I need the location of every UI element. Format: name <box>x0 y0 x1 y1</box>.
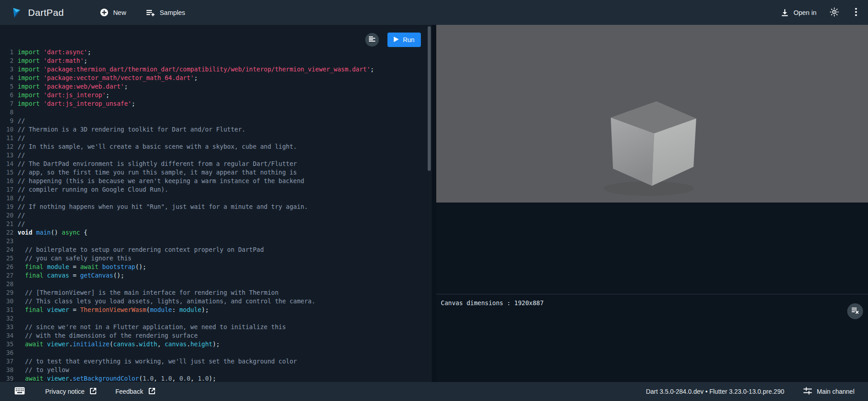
line-number: 25 <box>0 254 14 263</box>
code-line: 33 // since we're not in a Flutter appli… <box>0 323 432 331</box>
line-number: 16 <box>0 177 14 185</box>
overflow-menu-button[interactable] <box>848 5 863 20</box>
keyboard-icon <box>14 387 25 396</box>
code-lines: 1import 'dart:async';2import 'dart:math'… <box>0 48 432 382</box>
privacy-notice-link[interactable]: Privacy notice <box>45 388 96 396</box>
scrollbar-thumb[interactable] <box>428 26 431 171</box>
line-number: 5 <box>0 82 14 91</box>
line-number: 13 <box>0 151 14 160</box>
line-number: 30 <box>0 297 14 306</box>
code-line: 17// compiler running on Google Cloud Ru… <box>0 185 432 194</box>
code-editor[interactable]: 1import 'dart:async';2import 'dart:math'… <box>0 25 432 382</box>
code-line: 2import 'dart:math'; <box>0 57 432 65</box>
line-number: 10 <box>0 125 14 134</box>
code-line: 9// <box>0 117 432 125</box>
code-line: 39 await viewer.setBackgroundColor(1.0, … <box>0 374 432 382</box>
line-number: 14 <box>0 160 14 168</box>
render-canvas[interactable] <box>436 25 868 203</box>
code-line: 18// <box>0 194 432 203</box>
app-title: DartPad <box>28 7 64 18</box>
line-number: 28 <box>0 280 14 288</box>
code-line: 13// <box>0 151 432 160</box>
main-area: 1import 'dart:async';2import 'dart:math'… <box>0 25 868 382</box>
line-number: 21 <box>0 220 14 228</box>
code-line: 15// app, so the first time you run this… <box>0 168 432 177</box>
open-in-button[interactable]: Open in <box>781 9 816 17</box>
line-number: 38 <box>0 366 14 374</box>
line-number: 9 <box>0 117 14 125</box>
editor-scrollbar <box>427 25 431 382</box>
feedback-link[interactable]: Feedback <box>115 388 155 396</box>
channel-button-label: Main channel <box>817 388 854 395</box>
code-line: 24 // boilerplate to setup our rendering… <box>0 245 432 254</box>
app-header: DartPad New Samples <box>0 0 868 25</box>
clear-console-icon <box>851 307 859 316</box>
code-line: 23 <box>0 237 432 245</box>
code-line: 32 <box>0 314 432 323</box>
code-line: 27 final canvas = getCanvas(); <box>0 271 432 280</box>
code-line: 22void main() async { <box>0 228 432 237</box>
code-line: 5import 'package:web/web.dart'; <box>0 82 432 91</box>
code-line: 25 // you can safely ignore this <box>0 254 432 263</box>
open-in-button-label: Open in <box>793 9 816 16</box>
code-line: 34 // with the dimensions of the renderi… <box>0 331 432 340</box>
code-line: 38 // to yellow <box>0 366 432 374</box>
line-number: 6 <box>0 91 14 99</box>
panel-splitter[interactable] <box>432 25 436 382</box>
code-line: 3import 'package:thermion_dart/thermion_… <box>0 65 432 74</box>
format-button[interactable] <box>365 33 379 47</box>
run-button[interactable]: Run <box>387 33 421 47</box>
preview-background <box>436 203 868 294</box>
line-number: 26 <box>0 263 14 271</box>
line-number: 15 <box>0 168 14 177</box>
keyboard-shortcuts-button[interactable] <box>14 387 25 396</box>
console-panel: Canvas dimensions : 868x401 <box>436 294 868 382</box>
preview-pane: Canvas dimensions : 868x401 <box>436 25 868 382</box>
code-line: 26 final module = await bootstrap(); <box>0 263 432 271</box>
code-line: 29 // [ThermionViewer] is the main inter… <box>0 288 432 297</box>
status-bar: Privacy notice Feedback Dart 3.5.0-284.0… <box>0 382 868 401</box>
brightness-icon <box>830 7 839 18</box>
channel-button[interactable]: Main channel <box>803 387 854 396</box>
feedback-label: Feedback <box>115 388 143 395</box>
code-line: 4import 'package:vector_math/vector_math… <box>0 74 432 82</box>
kebab-menu-icon <box>855 8 857 18</box>
code-line: 6import 'dart:js_interop'; <box>0 91 432 99</box>
clear-console-button[interactable] <box>847 303 863 319</box>
code-line: 30 // This class lets you load assets, l… <box>0 297 432 306</box>
code-line: 1import 'dart:async'; <box>0 48 432 57</box>
line-number: 39 <box>0 374 14 382</box>
line-number: 29 <box>0 288 14 297</box>
line-number: 27 <box>0 271 14 280</box>
line-number: 24 <box>0 245 14 254</box>
line-number: 18 <box>0 194 14 203</box>
line-number: 4 <box>0 74 14 82</box>
line-number: 31 <box>0 306 14 314</box>
line-number: 17 <box>0 185 14 194</box>
code-line: 7import 'dart:js_interop_unsafe'; <box>0 99 432 108</box>
code-line: 20// <box>0 211 432 220</box>
console-output: Canvas dimensions : 868x401 <box>436 294 868 307</box>
new-button[interactable]: New <box>100 8 126 17</box>
code-line: 28 <box>0 280 432 288</box>
code-line: 36 <box>0 349 432 357</box>
line-number: 8 <box>0 108 14 117</box>
dartpad-app: DartPad New Samples <box>0 0 868 401</box>
code-line: 11// <box>0 134 432 142</box>
samples-button-label: Samples <box>160 9 185 16</box>
samples-button[interactable]: Samples <box>146 9 185 17</box>
code-line: 21// <box>0 220 432 228</box>
code-line: 37 // to test that everything is working… <box>0 357 432 366</box>
new-button-label: New <box>113 9 126 16</box>
line-number: 22 <box>0 228 14 237</box>
code-line: 14// The DartPad environment is slightly… <box>0 160 432 168</box>
code-line: 12// In this sample, we'll create a basi… <box>0 142 432 151</box>
run-button-label: Run <box>403 36 415 43</box>
line-number: 3 <box>0 65 14 74</box>
open-in-new-icon <box>90 388 96 396</box>
line-number: 32 <box>0 314 14 323</box>
line-number: 34 <box>0 331 14 340</box>
open-in-new-icon <box>149 388 155 396</box>
code-line: 19// If nothing happens when you hit "Ru… <box>0 203 432 211</box>
theme-toggle-button[interactable] <box>826 5 842 20</box>
